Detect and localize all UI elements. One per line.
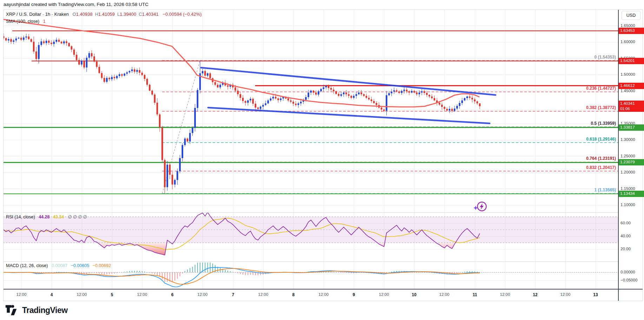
time-tick: 12:00	[439, 292, 450, 297]
price-badge: 1.4034101:06	[619, 101, 644, 112]
fib-level-label: 1 (1.13565)	[595, 188, 616, 192]
horizontal-lines	[3, 31, 618, 194]
time-tick: 12:00	[560, 292, 571, 297]
rsi-ma-value: 43.34	[53, 215, 64, 219]
fib-level-label: 0.382 (1.38772)	[586, 105, 616, 110]
time-tick: 13	[593, 292, 598, 297]
change-value: −0.00594 (−0.42%)	[162, 12, 201, 17]
fib-level-label: 0.764 (1.23191)	[586, 156, 616, 161]
symbol-title: XRP / U.S. Dollar · 1h · Kraken	[6, 12, 69, 17]
macd-label: MACD (12, 26, close)	[6, 263, 48, 268]
time-tick: 11	[473, 292, 477, 297]
rsi-tick: 20.00	[620, 247, 631, 251]
macd-tick: 0.00000	[620, 270, 635, 274]
time-tick: 12:00	[258, 292, 268, 297]
brand-name: TradingView	[22, 306, 68, 315]
price-tick: 1.15000	[620, 186, 635, 191]
price-tick: 1.25000	[620, 154, 635, 158]
pane-separators	[3, 9, 643, 301]
currency-selector[interactable]: USD	[622, 11, 640, 20]
rsi-tick: 40.00	[620, 234, 631, 238]
price-tick: 1.60000	[620, 40, 635, 44]
ohlc-val: 1.40341	[142, 12, 159, 17]
rsi-tick: 60.00	[620, 221, 631, 225]
footer-logo[interactable]: TradingView	[5, 304, 68, 316]
time-tick: 8	[292, 292, 295, 297]
rsi-label: RSI (14, close)	[6, 215, 35, 219]
ohlc-val: 1.41059	[98, 12, 115, 17]
time-tick: 12:00	[198, 292, 208, 297]
price-tick: 1.10000	[620, 203, 635, 207]
time-tick: 12:00	[319, 292, 329, 297]
time-tick: 12	[533, 292, 537, 297]
macd-tick: −0.05000	[620, 278, 637, 282]
sma-legend[interactable]: SMA (100, close) 1	[6, 19, 46, 24]
chart-canvas[interactable]	[0, 0, 644, 320]
price-tick: 1.45000	[620, 89, 635, 93]
sma-line	[0, 19, 479, 107]
sma-label: SMA (100, close)	[6, 19, 39, 24]
ohlc-key: H	[95, 12, 98, 17]
ohlc-val: 1.39400	[120, 12, 136, 17]
flash-icon[interactable]	[472, 200, 489, 214]
ohlc-values: O1.40938H1.41059L1.39400C1.40341	[70, 12, 159, 17]
ohlc-val: 1.40938	[76, 12, 93, 17]
time-tick: 10	[412, 292, 416, 297]
ohlc-key: C	[139, 12, 142, 17]
price-badge: 1.13434	[619, 191, 644, 197]
price-badge: 1.63453	[619, 28, 644, 34]
time-tick: 12:00	[379, 292, 389, 297]
price-badge: 1.33817	[619, 124, 644, 131]
fib-level-label: 0.832 (1.20417)	[586, 165, 616, 170]
grid	[3, 9, 618, 289]
rsi-value: 44.28	[39, 215, 49, 219]
tradingview-chart-page: aayushjindal created with TradingView.co…	[0, 0, 644, 320]
price-badge: 1.23079	[619, 159, 644, 165]
time-tick: 9	[353, 292, 355, 297]
time-tick: 4	[51, 292, 53, 297]
time-tick: 6	[171, 292, 174, 297]
rsi-empty-values: ∅ ∅ ∅ ∅	[68, 215, 87, 219]
fib-level-label: 0 (1.54353)	[595, 55, 616, 60]
price-badge: 1.46612	[619, 83, 644, 89]
fib-level-label: 0.5 (1.33959)	[591, 121, 616, 126]
time-tick: 7	[232, 292, 234, 297]
fib-levels	[162, 61, 618, 193]
price-tick: 1.30000	[620, 137, 635, 142]
time-tick: 12:00	[16, 292, 27, 297]
fib-level-label: 0.236 (1.44727)	[586, 86, 616, 91]
time-tick: 5	[111, 292, 113, 297]
tradingview-glyph	[5, 304, 19, 316]
time-tick: 12:00	[500, 292, 510, 297]
ohlc-key: O	[73, 12, 76, 17]
price-tick: 1.20000	[620, 170, 635, 174]
macd-signal-value: −0.00692	[93, 263, 111, 268]
time-tick: 12:00	[137, 292, 147, 297]
price-badge: 1.54201	[619, 58, 644, 64]
price-tick: 1.50000	[620, 72, 635, 76]
sma-value: 1	[43, 19, 46, 24]
rsi-legend[interactable]: RSI (14, close) 44.28 43.34 ∅ ∅ ∅ ∅	[6, 214, 87, 219]
time-tick: 12:00	[77, 292, 87, 297]
price-tick: 1.65000	[620, 23, 635, 28]
candles	[3, 33, 481, 193]
macd-legend[interactable]: MACD (12, 26, close) 0.00087 −0.00605 −0…	[6, 263, 111, 268]
symbol-legend[interactable]: XRP / U.S. Dollar · 1h · Kraken O1.40938…	[6, 12, 202, 17]
macd-line-value: −0.00605	[71, 263, 89, 268]
macd-hist-value: 0.00087	[52, 263, 67, 268]
fib-level-label: 0.618 (1.29146)	[586, 137, 616, 142]
